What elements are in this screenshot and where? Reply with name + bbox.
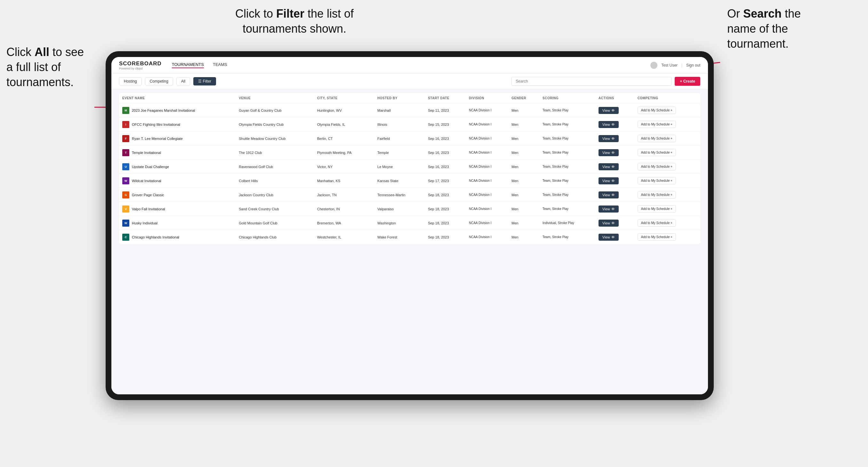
col-gender: GENDER: [508, 93, 539, 103]
cell-venue-6: Jackson Country Club: [236, 188, 314, 202]
team-logo-7: V: [122, 206, 129, 213]
cell-competing-4: Add to My Schedule +: [634, 160, 700, 174]
add-schedule-button-7[interactable]: Add to My Schedule +: [638, 205, 676, 213]
user-avatar: [650, 62, 657, 69]
view-button-0[interactable]: View 👁: [598, 107, 619, 114]
cell-city-9: Westchester, IL: [314, 230, 374, 244]
eye-icon-2: 👁: [611, 137, 615, 141]
tablet-screen: SCOREBOARD Powered by clippd TOURNAMENTS…: [112, 57, 708, 394]
cell-event-5: W Wildcat Invitational: [119, 174, 236, 188]
add-schedule-button-6[interactable]: Add to My Schedule +: [638, 191, 676, 198]
cell-actions-6: View 👁: [595, 188, 634, 202]
cell-actions-2: View 👁: [595, 131, 634, 146]
team-logo-3: T: [122, 149, 129, 156]
col-event-name: EVENT NAME: [119, 93, 236, 103]
cell-hosted-5: Kansas State: [374, 174, 425, 188]
cell-scoring-5: Team, Stroke Play: [539, 174, 595, 188]
table-row: C Chicago Highlands Invitational Chicago…: [119, 230, 700, 244]
nav-teams[interactable]: TEAMS: [213, 62, 227, 68]
create-button[interactable]: + Create: [675, 77, 700, 86]
cell-competing-8: Add to My Schedule +: [634, 216, 700, 230]
nav-links: TOURNAMENTS TEAMS: [172, 62, 650, 68]
view-button-1[interactable]: View 👁: [598, 121, 619, 128]
search-input[interactable]: [512, 77, 672, 86]
table-header-row: EVENT NAME VENUE CITY, STATE HOSTED BY S…: [119, 93, 700, 103]
add-schedule-button-1[interactable]: Add to My Schedule +: [638, 121, 676, 128]
add-schedule-button-0[interactable]: Add to My Schedule +: [638, 106, 676, 114]
view-button-2[interactable]: View 👁: [598, 135, 619, 142]
table-container[interactable]: EVENT NAME VENUE CITY, STATE HOSTED BY S…: [112, 89, 708, 394]
cell-date-3: Sep 16, 2023: [425, 146, 466, 160]
add-schedule-button-8[interactable]: Add to My Schedule +: [638, 219, 676, 227]
event-name-6: Grover Page Classic: [132, 193, 164, 197]
cell-gender-9: Men: [508, 230, 539, 244]
tab-hosting[interactable]: Hosting: [119, 77, 142, 86]
cell-city-7: Chesterton, IN: [314, 202, 374, 216]
cell-actions-9: View 👁: [595, 230, 634, 244]
cell-hosted-8: Washington: [374, 216, 425, 230]
view-button-9[interactable]: View 👁: [598, 234, 619, 241]
event-name-8: Husky Individual: [132, 221, 157, 225]
event-name-2: Ryan T. Lee Memorial Collegiate: [132, 137, 183, 141]
logo-sub: Powered by clippd: [119, 67, 162, 70]
cell-city-6: Jackson, TN: [314, 188, 374, 202]
cell-date-9: Sep 18, 2023: [425, 230, 466, 244]
cell-division-3: NCAA Division I: [466, 146, 508, 160]
add-schedule-button-2[interactable]: Add to My Schedule +: [638, 135, 676, 142]
view-button-8[interactable]: View 👁: [598, 220, 619, 227]
cell-gender-7: Men: [508, 202, 539, 216]
divider: |: [681, 63, 682, 67]
view-button-5[interactable]: View 👁: [598, 177, 619, 184]
event-name-1: OFCC Fighting Illini Invitational: [132, 123, 180, 126]
cell-event-8: W Husky Individual: [119, 216, 236, 230]
logo-text: SCOREBOARD: [119, 61, 162, 67]
cell-scoring-8: Individual, Stroke Play: [539, 216, 595, 230]
cell-date-1: Sep 15, 2023: [425, 118, 466, 131]
cell-actions-8: View 👁: [595, 216, 634, 230]
add-schedule-button-3[interactable]: Add to My Schedule +: [638, 149, 676, 156]
nav-tournaments[interactable]: TOURNAMENTS: [172, 62, 204, 68]
add-schedule-button-9[interactable]: Add to My Schedule +: [638, 234, 676, 241]
cell-venue-9: Chicago Highlands Club: [236, 230, 314, 244]
view-button-4[interactable]: View 👁: [598, 163, 619, 170]
sign-out-link[interactable]: Sign out: [686, 63, 700, 67]
eye-icon-8: 👁: [611, 221, 615, 225]
col-start-date: START DATE: [425, 93, 466, 103]
cell-hosted-2: Fairfield: [374, 131, 425, 146]
cell-date-4: Sep 16, 2023: [425, 160, 466, 174]
table-row: U Upstate Dual Challenge Ravenwood Golf …: [119, 160, 700, 174]
cell-venue-7: Sand Creek Country Club: [236, 202, 314, 216]
col-city: CITY, STATE: [314, 93, 374, 103]
eye-icon-5: 👁: [611, 179, 615, 183]
add-schedule-button-5[interactable]: Add to My Schedule +: [638, 177, 676, 184]
cell-date-0: Sep 11, 2023: [425, 103, 466, 118]
eye-icon-4: 👁: [611, 165, 615, 169]
cell-competing-5: Add to My Schedule +: [634, 174, 700, 188]
tab-competing[interactable]: Competing: [145, 77, 173, 86]
tournaments-table: EVENT NAME VENUE CITY, STATE HOSTED BY S…: [119, 93, 700, 244]
cell-competing-6: Add to My Schedule +: [634, 188, 700, 202]
cell-event-7: V Valpo Fall Invitational: [119, 202, 236, 216]
cell-hosted-1: Illinois: [374, 118, 425, 131]
event-name-3: Temple Invitational: [132, 151, 161, 155]
view-button-7[interactable]: View 👁: [598, 206, 619, 213]
filter-button[interactable]: ☰ Filter: [193, 77, 216, 86]
cell-competing-0: Add to My Schedule +: [634, 103, 700, 118]
event-name-5: Wildcat Invitational: [132, 179, 161, 183]
cell-city-2: Berlin, CT: [314, 131, 374, 146]
cell-city-0: Huntington, WV: [314, 103, 374, 118]
cell-hosted-9: Wake Forest: [374, 230, 425, 244]
tablet-frame: SCOREBOARD Powered by clippd TOURNAMENTS…: [105, 51, 714, 400]
cell-city-5: Manhattan, KS: [314, 174, 374, 188]
col-actions: ACTIONS: [595, 93, 634, 103]
cell-city-3: Plymouth Meeting, PA: [314, 146, 374, 160]
team-logo-5: W: [122, 177, 129, 184]
event-name-7: Valpo Fall Invitational: [132, 207, 165, 211]
team-logo-1: I: [122, 121, 129, 128]
app-header: SCOREBOARD Powered by clippd TOURNAMENTS…: [112, 57, 708, 73]
view-button-3[interactable]: View 👁: [598, 149, 619, 156]
add-schedule-button-4[interactable]: Add to My Schedule +: [638, 163, 676, 170]
tab-all[interactable]: All: [176, 77, 190, 86]
cell-scoring-2: Team, Stroke Play: [539, 131, 595, 146]
view-button-6[interactable]: View 👁: [598, 191, 619, 198]
